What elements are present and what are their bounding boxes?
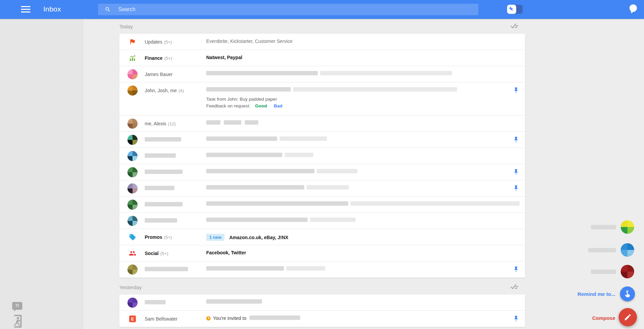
exit-to-gmail-icon[interactable]: [11, 314, 24, 328]
pinned-icon[interactable]: [514, 169, 518, 176]
redacted-text: [206, 71, 318, 75]
conversation-list: TodayUpdates(5+)Eventbrite, Kickstarter,…: [119, 19, 525, 329]
redacted-text: [206, 169, 314, 173]
email-row[interactable]: [119, 132, 525, 148]
email-row[interactable]: [119, 213, 525, 229]
email-row[interactable]: James Bauer: [119, 66, 525, 82]
avatar[interactable]: [127, 298, 138, 308]
message-count: (5+): [164, 235, 172, 240]
avatar[interactable]: [127, 151, 138, 161]
redacted-text: [320, 71, 452, 75]
redacted-text: [206, 266, 284, 271]
sweep-done-icon[interactable]: [510, 284, 519, 291]
email-row[interactable]: [119, 261, 525, 278]
avatar[interactable]: [127, 216, 138, 226]
pinned-only-toggle[interactable]: [507, 5, 523, 14]
avatar[interactable]: [127, 85, 138, 96]
recent-contact[interactable]: [591, 220, 634, 234]
avatar[interactable]: [621, 265, 634, 278]
sweep-done-icon[interactable]: [510, 23, 519, 30]
bundle-row-social[interactable]: Social(5+)Facebook, Twitter: [119, 245, 525, 261]
pinned-icon[interactable]: [514, 137, 518, 144]
avatar[interactable]: [127, 135, 138, 145]
search-input[interactable]: Search: [98, 4, 478, 15]
redacted-text: [206, 120, 220, 125]
brand-avatar-eventbrite[interactable]: E: [127, 314, 138, 324]
compose-label[interactable]: Compose: [592, 315, 615, 321]
email-row[interactable]: [119, 164, 525, 180]
recent-contact[interactable]: [588, 243, 634, 257]
subject: Natwest, Paypal: [206, 55, 242, 60]
feedback-icon[interactable]: ?!: [12, 302, 22, 310]
subject-text: Eventbrite, Kickstarter, Customer Servic…: [206, 39, 292, 44]
avatar[interactable]: [621, 243, 634, 257]
pinned-icon[interactable]: [514, 185, 518, 193]
message-count: (5+): [164, 40, 172, 45]
redacted-text: [280, 136, 327, 141]
sender: [145, 153, 176, 159]
pinned-icon[interactable]: [514, 267, 518, 274]
avatar[interactable]: [127, 264, 138, 275]
remind-button[interactable]: [620, 286, 635, 301]
remind-label[interactable]: Remind me to...: [577, 291, 615, 297]
avatar[interactable]: [127, 69, 138, 79]
email-row[interactable]: [119, 295, 525, 311]
avatar[interactable]: [127, 200, 138, 210]
sender: Sam Bellswater: [145, 316, 177, 322]
redacted-text: [317, 169, 357, 173]
avatar[interactable]: [127, 167, 138, 177]
flag-icon: [129, 38, 136, 47]
redacted-sender: [145, 186, 174, 190]
sender-name: John, Josh, me: [145, 88, 177, 93]
bundle-row-promos[interactable]: Promos(5+)1 newAmazon.co.uk, eBay, J!NX: [119, 229, 525, 245]
email-row[interactable]: [119, 197, 525, 213]
redacted-sender: [145, 218, 177, 223]
compose-button[interactable]: [619, 308, 637, 326]
sender: [145, 300, 166, 305]
tips-lightbulb-icon[interactable]: [629, 4, 637, 12]
redacted-text: [286, 266, 325, 271]
avatar[interactable]: [127, 119, 138, 129]
pinned-icon[interactable]: [514, 87, 518, 95]
subject: [206, 185, 349, 191]
bundle-row-finance[interactable]: Finance(5+)Natwest, Paypal: [119, 50, 525, 66]
recent-contact[interactable]: [591, 265, 634, 278]
search-placeholder: Search: [118, 6, 136, 12]
avatar[interactable]: [127, 183, 138, 194]
redacted-sender: [145, 137, 181, 142]
menu-icon[interactable]: [21, 6, 30, 13]
sender: [145, 202, 183, 207]
sender: [145, 218, 177, 224]
sender-name: James Bauer: [145, 72, 172, 77]
redacted-sender: [145, 170, 183, 174]
email-row[interactable]: me, Alexis(12): [119, 116, 525, 132]
subject: [206, 218, 356, 223]
sender: [145, 186, 174, 191]
email-row[interactable]: ESam BellswaterYou're invited to: [119, 311, 525, 327]
section-header: Today: [119, 19, 525, 34]
finance-icon: [129, 54, 136, 63]
feedback-good-button[interactable]: Good: [255, 103, 267, 108]
email-row[interactable]: [119, 148, 525, 164]
sender: [145, 170, 183, 175]
left-rail: [0, 19, 83, 329]
redacted-text: [206, 185, 304, 189]
redacted-text: [285, 153, 313, 157]
subject: [206, 153, 313, 158]
sender: James Bauer: [145, 72, 172, 77]
email-row[interactable]: [119, 180, 525, 197]
pinned-icon[interactable]: [514, 316, 518, 323]
redacted-text: [307, 185, 349, 189]
feedback-line: Feedback on request:GoodBad: [206, 103, 282, 108]
redacted-sender: [145, 202, 183, 206]
redacted-text: [206, 201, 348, 206]
feedback-bad-button[interactable]: Bad: [274, 103, 283, 108]
avatar[interactable]: [621, 220, 634, 234]
sender: Promos(5+): [145, 234, 172, 240]
redacted-text: [206, 153, 282, 157]
email-row[interactable]: John, Josh, me(4)Task from John: Buy pad…: [119, 82, 525, 116]
pin-icon: [508, 6, 515, 13]
redacted-contact-name: [588, 248, 616, 252]
redacted-text: [351, 201, 520, 206]
bundle-row-updates[interactable]: Updates(5+)Eventbrite, Kickstarter, Cust…: [119, 34, 525, 50]
